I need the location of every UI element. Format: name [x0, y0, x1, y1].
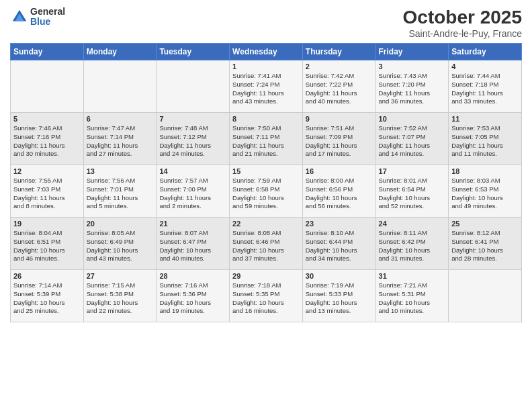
day-info: Sunrise: 7:53 AM: [451, 124, 500, 132]
day-info: Sunset: 7:18 PM: [451, 81, 498, 88]
day-number: 19: [13, 220, 81, 228]
day-info: Sunset: 6:47 PM: [159, 238, 206, 245]
day-info: and 40 minutes.: [159, 255, 205, 262]
day-number: 26: [13, 272, 81, 280]
day-info: Sunrise: 7:51 AM: [306, 124, 354, 132]
day-number: 14: [159, 167, 226, 175]
day-info: and 49 minutes.: [451, 202, 497, 210]
day-info: Daylight: 11 hours: [306, 142, 357, 149]
day-info: Sunset: 7:22 PM: [306, 81, 353, 88]
day-info: Daylight: 11 hours: [159, 142, 211, 149]
day-info: Sunrise: 7:41 AM: [232, 72, 281, 79]
day-info: Daylight: 10 hours: [159, 299, 211, 306]
day-cell: 4Sunrise: 7:44 AMSunset: 7:18 PMDaylight…: [449, 60, 522, 113]
day-info: Sunrise: 8:12 AM: [451, 229, 500, 236]
month-title: October 2025: [403, 7, 522, 28]
day-number: 12: [13, 167, 81, 175]
header-cell-saturday: Saturday: [449, 44, 522, 60]
week-row-1: 5Sunrise: 7:46 AMSunset: 7:16 PMDaylight…: [11, 113, 522, 165]
day-cell: 15Sunrise: 7:59 AMSunset: 6:58 PMDayligh…: [230, 165, 303, 218]
day-info: Sunrise: 7:47 AM: [87, 124, 135, 132]
day-number: 25: [451, 220, 519, 228]
main-container: General Blue October 2025 Saint-Andre-le…: [0, 0, 532, 329]
day-cell: 6Sunrise: 7:47 AMSunset: 7:14 PMDaylight…: [83, 113, 157, 165]
day-info: and 24 minutes.: [159, 150, 205, 157]
day-info: Sunset: 6:54 PM: [379, 185, 426, 193]
day-cell: 24Sunrise: 8:11 AMSunset: 6:42 PMDayligh…: [375, 218, 449, 270]
day-info: Sunset: 7:09 PM: [306, 133, 353, 140]
day-number: 18: [451, 167, 519, 175]
day-info: Daylight: 10 hours: [379, 246, 431, 254]
day-info: Sunrise: 8:10 AM: [306, 229, 354, 236]
day-info: Sunset: 5:35 PM: [232, 290, 279, 298]
day-cell: 28Sunrise: 7:16 AMSunset: 5:36 PMDayligh…: [157, 270, 230, 322]
day-info: Sunrise: 8:08 AM: [232, 229, 281, 236]
day-cell: 23Sunrise: 8:10 AMSunset: 6:44 PMDayligh…: [302, 218, 375, 270]
day-info: Daylight: 10 hours: [306, 194, 357, 201]
day-cell: [157, 60, 230, 113]
day-info: Daylight: 10 hours: [232, 246, 284, 254]
day-info: Daylight: 10 hours: [87, 246, 138, 254]
day-info: Sunset: 7:07 PM: [379, 133, 426, 140]
day-info: Daylight: 11 hours: [13, 142, 65, 149]
day-info: Sunrise: 8:03 AM: [451, 177, 500, 184]
day-info: Daylight: 10 hours: [87, 299, 138, 306]
day-cell: 17Sunrise: 8:01 AMSunset: 6:54 PMDayligh…: [375, 165, 449, 218]
day-cell: 11Sunrise: 7:53 AMSunset: 7:05 PMDayligh…: [449, 113, 522, 165]
day-cell: 20Sunrise: 8:05 AMSunset: 6:49 PMDayligh…: [83, 218, 157, 270]
day-cell: 7Sunrise: 7:48 AMSunset: 7:12 PMDaylight…: [157, 113, 230, 165]
day-info: and 31 minutes.: [379, 255, 425, 262]
day-number: 23: [306, 220, 373, 228]
day-cell: 22Sunrise: 8:08 AMSunset: 6:46 PMDayligh…: [230, 218, 303, 270]
week-row-4: 26Sunrise: 7:14 AMSunset: 5:39 PMDayligh…: [11, 270, 522, 322]
day-cell: 16Sunrise: 8:00 AMSunset: 6:56 PMDayligh…: [302, 165, 375, 218]
day-cell: 14Sunrise: 7:57 AMSunset: 7:00 PMDayligh…: [157, 165, 230, 218]
day-number: 30: [306, 272, 373, 280]
day-info: Daylight: 11 hours: [379, 142, 431, 149]
day-number: 11: [451, 115, 519, 123]
logo-icon: [10, 7, 29, 26]
day-info: and 43 minutes.: [87, 255, 132, 262]
day-info: Sunset: 6:51 PM: [13, 238, 60, 245]
day-info: Sunrise: 7:57 AM: [159, 177, 208, 184]
day-info: and 25 minutes.: [13, 307, 59, 314]
day-info: Sunset: 6:49 PM: [87, 238, 134, 245]
day-info: and 34 minutes.: [306, 255, 351, 262]
day-number: 15: [232, 167, 300, 175]
day-number: 28: [159, 272, 226, 280]
day-info: Sunrise: 7:50 AM: [232, 124, 281, 132]
day-info: Sunset: 7:00 PM: [159, 185, 206, 193]
day-info: Sunset: 7:11 PM: [232, 133, 279, 140]
day-cell: 31Sunrise: 7:21 AMSunset: 5:31 PMDayligh…: [375, 270, 449, 322]
day-info: Daylight: 10 hours: [306, 299, 357, 306]
day-info: and 30 minutes.: [13, 150, 59, 157]
day-number: 9: [306, 115, 373, 123]
day-cell: 19Sunrise: 8:04 AMSunset: 6:51 PMDayligh…: [11, 218, 84, 270]
day-info: Sunrise: 7:55 AM: [13, 177, 62, 184]
day-info: and 19 minutes.: [159, 307, 205, 314]
day-info: Sunset: 6:41 PM: [451, 238, 498, 245]
day-info: Sunset: 7:12 PM: [159, 133, 206, 140]
day-number: 24: [379, 220, 446, 228]
header-cell-monday: Monday: [83, 44, 157, 60]
day-info: Daylight: 10 hours: [232, 194, 284, 201]
day-info: Sunrise: 7:19 AM: [306, 281, 354, 289]
day-info: Sunrise: 7:14 AM: [13, 281, 62, 289]
day-cell: [83, 60, 157, 113]
day-info: Sunrise: 7:52 AM: [379, 124, 427, 132]
day-cell: 29Sunrise: 7:18 AMSunset: 5:35 PMDayligh…: [230, 270, 303, 322]
day-info: and 59 minutes.: [232, 202, 278, 210]
day-info: and 10 minutes.: [379, 307, 425, 314]
day-info: and 27 minutes.: [87, 150, 132, 157]
day-info: Sunrise: 8:05 AM: [87, 229, 135, 236]
day-info: Daylight: 11 hours: [379, 89, 431, 97]
day-info: and 40 minutes.: [306, 97, 351, 105]
calendar-body: 1Sunrise: 7:41 AMSunset: 7:24 PMDaylight…: [11, 60, 522, 322]
day-info: and 33 minutes.: [451, 97, 497, 105]
day-number: 10: [379, 115, 446, 123]
day-info: Sunset: 5:38 PM: [87, 290, 134, 298]
day-info: Sunrise: 8:11 AM: [379, 229, 427, 236]
day-info: and 5 minutes.: [87, 202, 128, 210]
day-cell: 12Sunrise: 7:55 AMSunset: 7:03 PMDayligh…: [11, 165, 84, 218]
day-info: Sunrise: 8:00 AM: [306, 177, 354, 184]
